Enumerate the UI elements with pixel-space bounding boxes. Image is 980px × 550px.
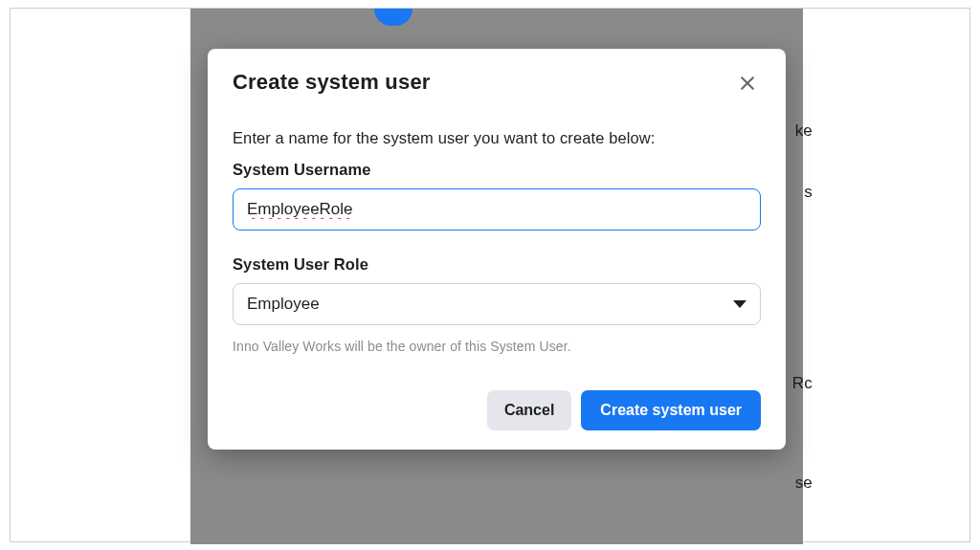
- instruction-text: Enter a name for the system user you wan…: [233, 129, 761, 147]
- bg-text: ke: [795, 121, 813, 141]
- username-label: System Username: [233, 161, 761, 179]
- system-username-input[interactable]: [233, 188, 761, 231]
- bg-text: Rc: [792, 374, 813, 393]
- modal-header: Create system user: [233, 70, 761, 97]
- page-frame: ke s Rc se Create system user Enter a na…: [10, 8, 970, 542]
- modal-footer: Cancel Create system user: [233, 390, 761, 430]
- cancel-button[interactable]: Cancel: [487, 390, 571, 430]
- owner-helper-text: Inno Valley Works will be the owner of t…: [233, 339, 761, 354]
- create-system-user-modal: Create system user Enter a name for the …: [208, 49, 786, 450]
- chevron-down-icon: [733, 300, 746, 308]
- role-label: System User Role: [233, 255, 761, 274]
- bg-text: se: [795, 473, 813, 493]
- modal-title: Create system user: [233, 70, 431, 95]
- create-system-user-button[interactable]: Create system user: [581, 390, 761, 430]
- username-field-group: System Username: [233, 161, 761, 231]
- role-field-group: System User Role Employee Inno Valley Wo…: [233, 255, 761, 354]
- role-selected-value: Employee: [247, 295, 320, 314]
- system-user-role-select[interactable]: Employee: [233, 283, 761, 325]
- close-icon: [738, 74, 757, 93]
- close-button[interactable]: [734, 70, 761, 97]
- bg-text: s: [804, 183, 813, 202]
- role-select-wrap: Employee: [233, 283, 761, 325]
